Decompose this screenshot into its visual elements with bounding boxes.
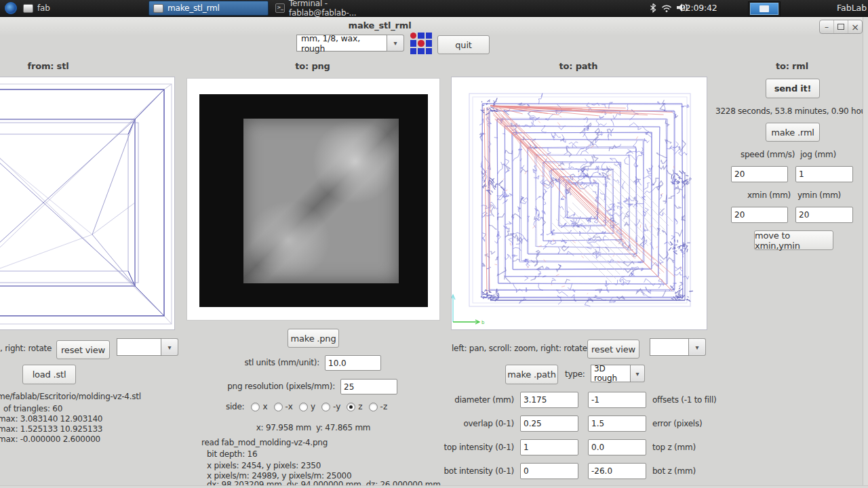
taskbar-item-label: Terminal - fablab@fablab-... (289, 0, 389, 18)
window-icon (153, 4, 163, 13)
window-title: make_stl_rml (312, 20, 448, 30)
side-label: side: (226, 402, 244, 411)
clock: 22:09:42 (680, 3, 717, 13)
error-input[interactable] (588, 415, 646, 432)
diameter-input[interactable] (520, 392, 578, 408)
taskbar-item-fab[interactable]: fab (19, 1, 145, 16)
overlap-label: overlap (0-1) (433, 419, 514, 428)
radio-icon (274, 403, 283, 411)
logo-square (410, 40, 416, 46)
offsets-label: offsets (-1 to fill) (652, 395, 716, 405)
stl-view-dropdown[interactable]: ▾ (117, 338, 178, 356)
xmin-input[interactable] (731, 207, 788, 223)
make-path-button[interactable]: make .path (505, 365, 558, 384)
toolpath-drawing: b (452, 77, 708, 331)
logo-square (426, 48, 432, 54)
stl-column-title: from: stl (7, 61, 89, 71)
load-stl-button[interactable]: load .stl (22, 365, 76, 384)
taskbar-item-label: make_stl_rml (167, 3, 220, 13)
speed-input[interactable] (731, 166, 788, 182)
taskbar-item-make-stl-rml[interactable]: make_stl_rml (149, 1, 269, 16)
side-radio-neg-z[interactable]: -z (369, 402, 388, 411)
stl-file-path: me/fablab/Escritorio/molding-vz-4.stl (0, 392, 141, 401)
make-png-button[interactable]: make .png (288, 329, 339, 348)
send-it-button[interactable]: send it! (766, 79, 820, 98)
stl-z-range: max: -0.000000 2.600000 (0, 434, 100, 444)
diameter-label: diameter (mm) (433, 395, 514, 405)
workspace-label: FabLab (837, 3, 867, 13)
path-type-dropdown[interactable]: 3D rough ▾ (591, 365, 645, 382)
make-rml-button[interactable]: make .rml (766, 123, 820, 142)
taskbar-item-terminal[interactable]: >_ Terminal - fablab@fablab-... (271, 1, 393, 16)
app-menu-icon[interactable] (5, 2, 17, 14)
stl-units-label: stl units (mm/unit): (184, 358, 319, 367)
maximize-icon (837, 24, 844, 30)
bluetooth-icon[interactable] (650, 3, 656, 16)
quit-button[interactable]: quit (437, 35, 490, 54)
jog-input[interactable] (795, 166, 853, 182)
png-view-canvas (186, 78, 440, 321)
error-label: error (pixels) (652, 419, 702, 428)
window-border-bottom (0, 485, 868, 488)
preset-dropdown[interactable]: mm, 1/8, wax, rough ▾ (296, 35, 404, 52)
stl-reset-view-button[interactable]: reset view (56, 340, 110, 359)
top-z-input[interactable] (588, 439, 646, 455)
png-resolution-label: png resolution (pixels/mm): (186, 382, 335, 391)
jog-label: jog (mm) (800, 150, 836, 159)
move-to-xmin-ymin-button[interactable]: move to xmin,ymin (754, 230, 833, 250)
close-button[interactable]: × (848, 20, 862, 33)
bot-intensity-input[interactable] (520, 463, 578, 479)
png-info-read: read fab_mod_molding-vz-4.png (201, 438, 328, 447)
taskbar: fab make_stl_rml >_ Terminal - fablab@fa… (0, 0, 868, 17)
stl-view-canvas[interactable] (0, 77, 175, 330)
offsets-input[interactable] (588, 392, 646, 408)
side-radio-neg-x[interactable]: -x (274, 402, 293, 411)
png-info-pixels-per-m: x pixels/m: 24989, y pixels/m: 25000 (207, 471, 351, 481)
side-radio-group: side: x -x y -y z -z (226, 402, 393, 411)
workspace-switcher[interactable] (748, 1, 781, 16)
path-reset-view-button[interactable]: reset view (587, 340, 639, 359)
screen: fab make_stl_rml >_ Terminal - fablab@fa… (0, 0, 868, 488)
radio-icon (251, 403, 260, 411)
minimize-button[interactable]: – (820, 20, 833, 33)
stl-triangle-count: of triangles: 60 (3, 404, 62, 413)
png-column-title: to: png (272, 61, 353, 71)
top-intensity-input[interactable] (520, 439, 578, 455)
window-icon (23, 4, 33, 13)
side-radio-neg-y[interactable]: -y (321, 402, 340, 411)
ymin-input[interactable] (795, 207, 853, 223)
side-radio-z[interactable]: z (347, 402, 362, 411)
path-view-canvas[interactable]: b (451, 77, 707, 330)
chevron-down-icon: ▾ (631, 365, 645, 382)
top-z-label: top z (mm) (652, 443, 696, 452)
stl-view-hint: , right: rotate (0, 344, 52, 353)
wifi-icon[interactable] (660, 3, 673, 16)
path-view-hint: left: pan, scroll: zoom, right: rotate (452, 344, 587, 353)
path-view-dropdown[interactable]: ▾ (650, 338, 706, 356)
path-type-label: type: (565, 369, 585, 379)
side-radio-x[interactable]: x (251, 402, 267, 411)
window-controls: – × (819, 20, 863, 34)
fab-logo-icon (410, 33, 432, 54)
bot-z-input[interactable] (588, 463, 646, 479)
radio-icon (347, 403, 355, 411)
logo-square (426, 40, 432, 46)
logo-square (418, 48, 424, 54)
workspace-window-icon (760, 5, 769, 12)
xmin-label: xmin (mm) (747, 190, 791, 200)
png-heightmap (243, 119, 399, 283)
png-dimensions-text: x: 97.958 mm y: 47.865 mm (186, 423, 440, 432)
side-radio-y[interactable]: y (299, 402, 315, 411)
path-column-title: to: path (538, 61, 619, 71)
stl-y-range: max: 1.525133 10.925133 (0, 424, 102, 434)
bot-intensity-label: bot intensity (0-1) (433, 466, 514, 476)
png-image-background (199, 94, 428, 307)
preset-dropdown-value: mm, 1/8, wax, rough (296, 35, 387, 52)
workspace-cell[interactable] (750, 3, 778, 15)
maximize-button[interactable] (833, 20, 848, 33)
speed-label: speed (mm/s) (741, 150, 795, 159)
overlap-input[interactable] (520, 415, 578, 432)
stl-units-input[interactable] (325, 355, 381, 371)
png-resolution-input[interactable] (340, 379, 397, 394)
radio-icon (321, 403, 330, 411)
